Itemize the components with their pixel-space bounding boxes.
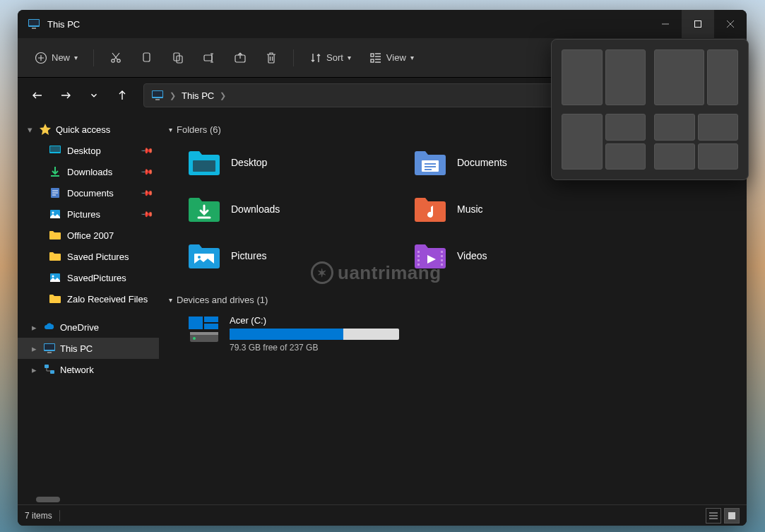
sidebar-item-desktop[interactable]: Desktop 📌 — [18, 140, 159, 161]
rename-icon — [203, 52, 215, 64]
sidebar-item-office[interactable]: Office 2007 — [18, 225, 159, 246]
download-icon — [49, 165, 61, 178]
chevron-down-icon: ▾ — [25, 124, 35, 135]
large-icons-view-button[interactable] — [724, 508, 740, 524]
sidebar-network[interactable]: ▸ Network — [18, 359, 159, 380]
snap-zone[interactable] — [698, 143, 739, 170]
snap-zone[interactable] — [698, 114, 739, 141]
folder-pictures[interactable]: Pictures — [183, 234, 395, 278]
paste-button[interactable] — [165, 45, 191, 71]
svg-rect-36 — [153, 91, 162, 97]
chevron-down-icon: ▾ — [348, 54, 351, 61]
folder-videos[interactable]: Videos — [409, 234, 621, 278]
separator — [293, 49, 294, 66]
svg-rect-67 — [441, 259, 443, 261]
desktop-icon — [49, 144, 61, 157]
svg-rect-65 — [441, 251, 443, 253]
svg-rect-28 — [371, 59, 374, 62]
snap-layouts-popup — [551, 39, 749, 180]
sidebar-onedrive[interactable]: ▸ OneDrive — [18, 317, 159, 338]
svg-rect-53 — [193, 160, 215, 172]
chevron-right-icon: ❯ — [170, 91, 176, 100]
sidebar-item-downloads[interactable]: Downloads 📌 — [18, 161, 159, 182]
svg-rect-4 — [695, 21, 701, 28]
snap-layout-half — [562, 49, 646, 105]
pin-icon: 📌 — [140, 207, 153, 220]
snap-zone[interactable] — [605, 49, 646, 105]
breadcrumb[interactable]: This PC — [182, 90, 214, 101]
folder-music[interactable]: Music — [409, 187, 621, 231]
svg-point-47 — [52, 276, 54, 278]
close-button[interactable] — [714, 10, 747, 38]
sidebar-item-documents[interactable]: Documents 📌 — [18, 182, 159, 203]
svg-rect-1 — [32, 28, 36, 29]
folder-icon — [49, 250, 61, 263]
new-button[interactable]: New ▾ — [28, 45, 85, 71]
cut-button[interactable] — [102, 45, 129, 71]
rename-button[interactable] — [196, 45, 223, 71]
delete-button[interactable] — [258, 45, 285, 71]
up-button[interactable] — [109, 83, 135, 108]
sidebar-item-saved-pictures[interactable]: Saved Pictures — [18, 246, 159, 267]
recent-button[interactable] — [81, 83, 107, 108]
back-button[interactable] — [25, 83, 50, 108]
snap-zone[interactable] — [605, 143, 646, 170]
svg-rect-49 — [47, 352, 52, 353]
svg-point-59 — [198, 256, 201, 259]
svg-rect-2 — [29, 20, 39, 25]
svg-rect-66 — [441, 255, 443, 257]
svg-point-45 — [52, 212, 54, 214]
sidebar-quick-access[interactable]: ▾ Quick access — [18, 119, 159, 140]
snap-zone[interactable] — [562, 114, 603, 170]
svg-rect-51 — [45, 365, 49, 368]
drive-c[interactable]: Acer (C:) 79.3 GB free of 237 GB — [183, 311, 737, 357]
sort-button[interactable]: Sort ▾ — [302, 45, 358, 71]
status-bar: 7 items — [18, 504, 747, 526]
chevron-right-icon: ▸ — [29, 343, 39, 354]
scrollbar[interactable] — [36, 497, 60, 502]
sidebar-item-savedpictures[interactable]: SavedPictures — [18, 267, 159, 288]
svg-rect-68 — [441, 264, 443, 266]
folder-icon — [49, 292, 61, 305]
view-button[interactable]: View ▾ — [362, 45, 421, 71]
drive-free-text: 79.3 GB free of 237 GB — [230, 343, 399, 353]
drives-group-header[interactable]: ▾ Devices and drives (1) — [169, 290, 737, 311]
separator — [93, 49, 94, 66]
snap-zone[interactable] — [605, 114, 646, 141]
paste-icon — [172, 52, 184, 64]
svg-rect-50 — [45, 344, 54, 350]
drive-icon — [187, 315, 221, 345]
snap-zone[interactable] — [707, 49, 738, 105]
desktop-folder-icon — [187, 148, 221, 177]
drive-used — [230, 329, 343, 340]
copy-button[interactable] — [134, 45, 160, 71]
snap-layout-quarters — [654, 114, 738, 170]
separator — [59, 510, 60, 521]
svg-rect-62 — [417, 255, 420, 257]
folder-desktop[interactable]: Desktop — [183, 141, 395, 184]
pictures-folder-icon — [187, 241, 221, 271]
this-pc-icon — [43, 342, 56, 355]
snap-zone[interactable] — [654, 49, 704, 105]
picture-icon — [49, 271, 61, 284]
maximize-button[interactable] — [682, 10, 714, 38]
share-icon — [234, 52, 247, 64]
svg-rect-63 — [417, 259, 420, 261]
forward-button[interactable] — [53, 83, 78, 108]
svg-rect-25 — [371, 54, 374, 57]
sidebar-item-zalo[interactable]: Zalo Received Files — [18, 288, 159, 309]
svg-rect-71 — [204, 324, 218, 329]
folder-downloads[interactable]: Downloads — [183, 187, 395, 231]
sidebar-this-pc[interactable]: ▸ This PC — [18, 338, 159, 359]
share-button[interactable] — [227, 45, 254, 71]
snap-zone[interactable] — [654, 143, 695, 170]
svg-rect-35 — [155, 99, 160, 100]
view-icon — [369, 52, 382, 64]
minimize-button[interactable] — [649, 10, 682, 38]
item-count: 7 items — [25, 511, 52, 521]
svg-rect-64 — [417, 264, 420, 266]
snap-zone[interactable] — [562, 49, 603, 105]
snap-zone[interactable] — [654, 114, 695, 141]
details-view-button[interactable] — [706, 508, 721, 524]
sidebar-item-pictures[interactable]: Pictures 📌 — [18, 203, 159, 225]
